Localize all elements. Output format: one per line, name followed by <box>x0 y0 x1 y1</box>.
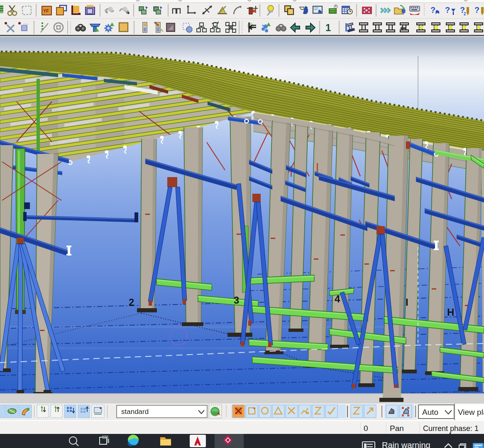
svg-text:?: ? <box>430 5 435 15</box>
svg-text:Rain warning: Rain warning <box>382 441 430 448</box>
svg-text:View pla: View pla <box>458 408 484 416</box>
svg-text:?: ? <box>445 5 450 15</box>
svg-text:3: 3 <box>234 295 239 306</box>
svg-text:4: 4 <box>335 293 340 304</box>
svg-text:standard: standard <box>121 408 149 416</box>
svg-text:YF: YF <box>43 8 49 13</box>
svg-text:I: I <box>406 297 408 308</box>
svg-text:Auto: Auto <box>422 408 438 416</box>
svg-text:?: ? <box>474 5 479 15</box>
svg-text:2: 2 <box>464 12 466 16</box>
svg-text:H: H <box>447 307 454 318</box>
svg-text:2: 2 <box>129 297 134 308</box>
svg-text:1: 1 <box>325 22 331 33</box>
